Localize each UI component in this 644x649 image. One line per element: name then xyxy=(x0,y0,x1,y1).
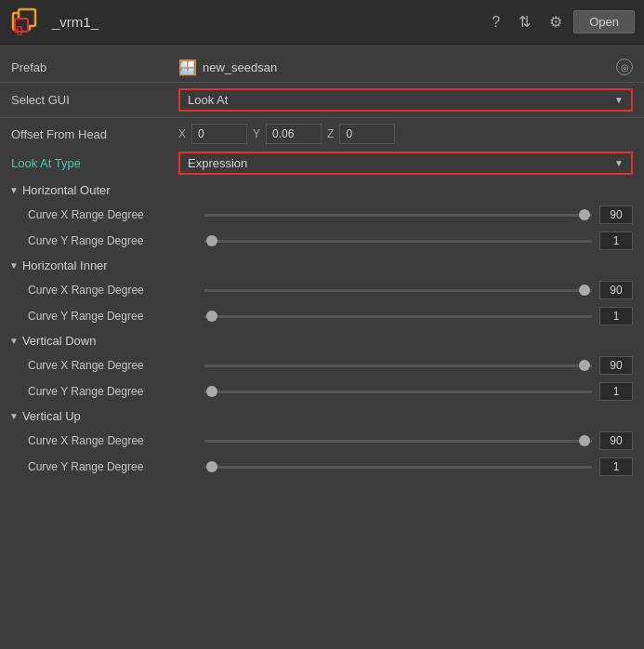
offset-y-label: Y xyxy=(253,127,260,140)
top-bar-right: ? ⇅ ⚙ Open xyxy=(488,10,635,33)
offset-row: Offset From Head X 0 Y 0.06 Z 0 xyxy=(0,120,644,148)
app-icon: {} xyxy=(9,6,43,39)
offset-x-input[interactable]: 0 xyxy=(191,124,247,144)
select-gui-value: Look At ▼ xyxy=(178,88,633,112)
look-at-type-dropdown-value: Expression xyxy=(188,156,247,170)
slider-track-vertical_down-0[interactable] xyxy=(204,364,592,367)
slider-track-container-horizontal_outer-0 xyxy=(204,207,592,222)
divider-1 xyxy=(0,82,644,83)
look-at-type-dropdown-arrow: ▼ xyxy=(614,158,624,168)
slider-value-horizontal_outer-1[interactable]: 1 xyxy=(599,232,633,250)
target-icon[interactable]: ◎ xyxy=(616,59,633,75)
prefab-row: Prefab 🪟 new_seedsan ◎ xyxy=(0,54,644,80)
offset-z-input[interactable]: 0 xyxy=(339,124,395,144)
slider-label-vertical_down-0: Curve X Range Degree xyxy=(28,359,204,372)
slider-value-vertical_up-1[interactable]: 1 xyxy=(599,457,633,476)
slider-value-vertical_down-1[interactable]: 1 xyxy=(599,382,633,401)
svg-text:{}: {} xyxy=(16,25,23,35)
prefab-value-container: 🪟 new_seedsan ◎ xyxy=(178,59,633,76)
slider-thumb-horizontal_outer-1[interactable] xyxy=(206,235,217,246)
prefab-name: new_seedsan xyxy=(203,60,277,74)
section-header-horizontal_inner[interactable]: ▼Horizontal Inner xyxy=(0,254,644,277)
offset-label: Offset From Head xyxy=(11,127,178,141)
slider-value-horizontal_inner-1[interactable]: 1 xyxy=(599,307,633,325)
slider-thumb-horizontal_inner-0[interactable] xyxy=(579,285,590,296)
slider-label-vertical_up-1: Curve Y Range Degree xyxy=(28,460,204,473)
slider-track-vertical_down-1[interactable] xyxy=(204,391,592,393)
slider-value-vertical_down-0[interactable]: 90 xyxy=(599,356,633,375)
slider-track-vertical_up-0[interactable] xyxy=(204,440,592,443)
select-gui-label: Select GUI xyxy=(11,93,178,107)
offset-inputs: X 0 Y 0.06 Z 0 xyxy=(178,124,395,144)
section-label-horizontal_outer: Horizontal Outer xyxy=(22,183,111,197)
slider-track-container-vertical_down-1 xyxy=(204,384,592,399)
triangle-icon-horizontal_outer: ▼ xyxy=(9,185,19,195)
look-at-type-label: Look At Type xyxy=(11,156,178,170)
slider-track-vertical_up-1[interactable] xyxy=(204,466,592,469)
triangle-icon-horizontal_inner: ▼ xyxy=(9,260,19,271)
offset-y-input[interactable]: 0.06 xyxy=(266,124,322,144)
slider-row-vertical_down-1: Curve Y Range Degree 1 xyxy=(0,378,644,404)
gear-icon[interactable]: ⚙ xyxy=(545,11,566,33)
slider-value-horizontal_inner-0[interactable]: 90 xyxy=(599,281,633,299)
slider-track-horizontal_inner-1[interactable] xyxy=(204,315,592,318)
slider-label-horizontal_inner-0: Curve X Range Degree xyxy=(28,284,204,297)
triangle-icon-vertical_up: ▼ xyxy=(9,411,19,421)
open-button[interactable]: Open xyxy=(573,10,635,33)
slider-row-vertical_up-1: Curve Y Range Degree 1 xyxy=(0,454,644,480)
slider-label-horizontal_inner-1: Curve Y Range Degree xyxy=(28,310,204,323)
slider-value-horizontal_outer-0[interactable]: 90 xyxy=(599,205,633,224)
section-header-horizontal_outer[interactable]: ▼Horizontal Outer xyxy=(0,179,644,202)
offset-z-label: Z xyxy=(327,127,334,140)
offset-x-label: X xyxy=(178,127,186,140)
settings2-icon[interactable]: ⇅ xyxy=(515,11,534,33)
slider-track-horizontal_outer-0[interactable] xyxy=(204,214,592,217)
look-at-type-value: Expression ▼ xyxy=(178,152,633,175)
top-bar-left: {} _vrm1_ xyxy=(9,6,99,39)
app-title: _vrm1_ xyxy=(52,14,99,30)
slider-label-horizontal_outer-1: Curve Y Range Degree xyxy=(28,234,204,247)
slider-thumb-vertical_up-0[interactable] xyxy=(579,435,590,446)
section-header-vertical_up[interactable]: ▼Vertical Up xyxy=(0,404,644,428)
prefab-value: 🪟 new_seedsan xyxy=(178,59,616,76)
slider-thumb-vertical_up-1[interactable] xyxy=(206,461,217,472)
main-content: Prefab 🪟 new_seedsan ◎ Select GUI Look A… xyxy=(0,45,644,489)
section-header-vertical_down[interactable]: ▼Vertical Down xyxy=(0,329,644,352)
slider-thumb-horizontal_outer-0[interactable] xyxy=(579,209,590,220)
slider-thumb-vertical_down-1[interactable] xyxy=(206,386,217,397)
slider-value-vertical_up-0[interactable]: 90 xyxy=(599,431,633,450)
slider-track-container-vertical_down-0 xyxy=(204,358,592,373)
slider-label-vertical_down-1: Curve Y Range Degree xyxy=(28,385,204,398)
slider-row-vertical_down-0: Curve X Range Degree 90 xyxy=(0,352,644,378)
section-label-vertical_down: Vertical Down xyxy=(22,334,96,348)
slider-track-container-vertical_up-0 xyxy=(204,433,592,448)
slider-row-horizontal_outer-0: Curve X Range Degree 90 xyxy=(0,202,644,228)
slider-row-horizontal_outer-1: Curve Y Range Degree 1 xyxy=(0,228,644,254)
slider-track-container-horizontal_outer-1 xyxy=(204,233,592,248)
prefab-file-icon: 🪟 xyxy=(178,59,197,76)
slider-track-horizontal_outer-1[interactable] xyxy=(204,240,592,243)
select-gui-dropdown[interactable]: Look At ▼ xyxy=(178,88,633,112)
prefab-label: Prefab xyxy=(11,60,178,74)
look-at-type-dropdown[interactable]: Expression ▼ xyxy=(178,152,633,175)
slider-track-horizontal_inner-0[interactable] xyxy=(204,289,592,292)
section-label-vertical_up: Vertical Up xyxy=(22,409,81,423)
sections-container: ▼Horizontal Outer Curve X Range Degree 9… xyxy=(0,179,644,480)
divider-2 xyxy=(0,117,644,118)
top-bar-icons: ? ⇅ ⚙ xyxy=(488,11,566,33)
slider-thumb-vertical_down-0[interactable] xyxy=(579,360,590,371)
slider-label-vertical_up-0: Curve X Range Degree xyxy=(28,434,204,447)
slider-track-container-horizontal_inner-0 xyxy=(204,283,592,298)
select-gui-dropdown-value: Look At xyxy=(188,93,228,107)
slider-row-horizontal_inner-1: Curve Y Range Degree 1 xyxy=(0,303,644,329)
slider-thumb-horizontal_inner-1[interactable] xyxy=(206,311,217,322)
slider-row-vertical_up-0: Curve X Range Degree 90 xyxy=(0,428,644,454)
slider-label-horizontal_outer-0: Curve X Range Degree xyxy=(28,208,204,221)
triangle-icon-vertical_down: ▼ xyxy=(9,336,19,346)
slider-row-horizontal_inner-0: Curve X Range Degree 90 xyxy=(0,277,644,303)
slider-track-container-horizontal_inner-1 xyxy=(204,309,592,324)
section-label-horizontal_inner: Horizontal Inner xyxy=(22,258,108,272)
help-icon[interactable]: ? xyxy=(488,12,504,33)
top-bar: {} _vrm1_ ? ⇅ ⚙ Open xyxy=(0,0,644,45)
slider-track-container-vertical_up-1 xyxy=(204,459,592,474)
